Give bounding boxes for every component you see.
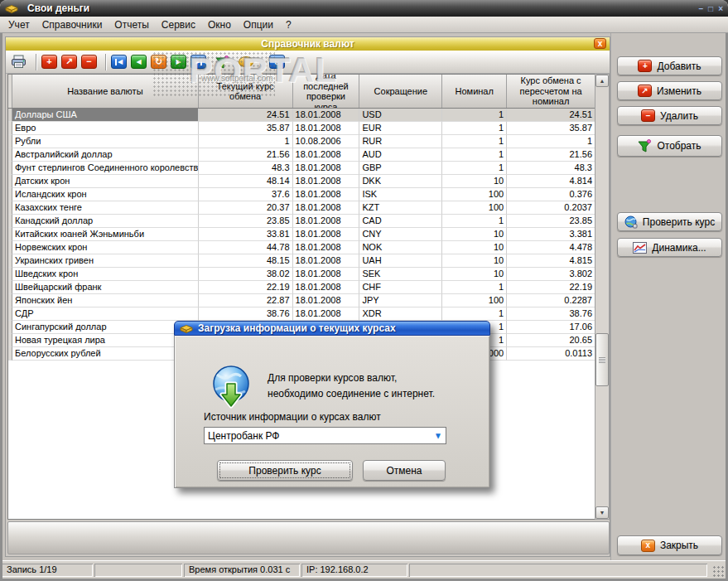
maximize-button[interactable]: □ (708, 4, 713, 13)
scrollbar-thumb[interactable] (595, 333, 609, 386)
cell-recalc: 21.56 (507, 148, 595, 162)
cell-rate: 44.78 (199, 241, 293, 254)
table-scrollbar[interactable]: ▲ ▼ (595, 74, 610, 520)
cell-date: 18.01.2008 (293, 148, 360, 162)
menu-okno[interactable]: Окно (208, 19, 231, 31)
close-window-button[interactable]: x Закрыть (617, 535, 722, 555)
cell-recalc: 48.3 (507, 162, 595, 175)
table-row[interactable]: Канадский доллар 23.85 18.01.2008 CAD 1 … (8, 215, 595, 228)
cell-date: 18.01.2008 (293, 201, 360, 215)
cell-recalc: 0.0113 (507, 347, 595, 361)
cell-code: USD (359, 109, 442, 122)
menu-otchety[interactable]: Отчеты (114, 19, 148, 31)
table-row[interactable]: Норвежских крон 44.78 18.01.2008 NOK 10 … (8, 241, 595, 254)
column-header-nominal[interactable]: Номинал (442, 75, 507, 108)
cell-name: Швейцарский франк (12, 281, 199, 294)
dialog-check-rate-button[interactable]: Проверить курс (217, 460, 353, 481)
table-row[interactable]: Китайских юаней Жэньминьби 33.81 18.01.2… (8, 228, 595, 241)
prev-record-icon[interactable]: ◀ (131, 55, 147, 69)
dynamics-button[interactable]: Динамика... (617, 238, 722, 257)
download-globe-icon (209, 364, 253, 409)
table-row[interactable]: Шведских крон 38.02 18.01.2008 SEK 10 3.… (8, 268, 595, 281)
column-header-name[interactable]: Название валюты (12, 75, 199, 108)
cell-name: Казахских тенге (12, 201, 199, 215)
close-button[interactable]: × (718, 4, 723, 13)
inner-close-button[interactable]: x (594, 38, 606, 49)
cell-nominal: 1 (442, 215, 507, 228)
cell-recalc: 35.87 (507, 122, 595, 135)
add-icon: + (638, 60, 652, 72)
table-row[interactable]: Украинских гривен 48.15 18.01.2008 UAH 1… (8, 254, 595, 268)
menu-opcii[interactable]: Опции (243, 19, 273, 31)
table-row[interactable]: Доллары США 24.51 18.01.2008 USD 1 24.51 (8, 109, 595, 122)
cell-recalc: 3.381 (507, 228, 595, 241)
printer-icon[interactable] (11, 55, 27, 69)
delete-button[interactable]: − Удалить (617, 106, 722, 125)
cell-date: 18.01.2008 (293, 307, 360, 321)
cell-name: Китайских юаней Жэньминьби (12, 228, 199, 241)
combo-arrow-icon[interactable]: ▼ (431, 431, 446, 440)
menu-servis[interactable]: Сервис (162, 19, 195, 31)
column-header-rate[interactable]: Текущий курс обмена (199, 75, 293, 108)
cell-code: CHF (359, 281, 442, 294)
cell-nominal: 10 (442, 254, 507, 268)
filter-icon (638, 139, 652, 153)
edit-icon[interactable]: ↗ (61, 55, 77, 69)
source-combobox[interactable]: Центробанк РФ ▼ (204, 427, 446, 444)
filter-button[interactable]: Отобрать (617, 135, 722, 157)
cell-recalc: 17.06 (507, 321, 595, 334)
column-header-recalc[interactable]: Курс обмена с пересчетом на номинал (507, 75, 595, 108)
menu-spravochniki[interactable]: Справочники (42, 19, 103, 31)
column-header-code[interactable]: Сокращение (359, 75, 442, 108)
dialog-cancel-button[interactable]: Отмена (363, 460, 446, 481)
table-row[interactable]: Исландских крон 37.6 18.01.2008 ISK 100 … (8, 188, 595, 201)
globe-icon (624, 215, 638, 229)
menu-uchet[interactable]: Учет (8, 19, 30, 31)
status-record: Запись 1/19 (2, 564, 93, 577)
edit-button[interactable]: ↗ Изменить (617, 81, 722, 100)
column-header-date[interactable]: Дата последней проверки курса (293, 75, 360, 108)
cell-recalc: 4.815 (507, 254, 595, 268)
table-row[interactable]: Австралийский доллар 21.56 18.01.2008 AU… (8, 148, 595, 162)
filter-icon[interactable] (215, 56, 229, 69)
table-row[interactable]: Датских крон 48.14 18.01.2008 DKK 10 4.8… (8, 175, 595, 188)
table-row[interactable]: Евро 35.87 18.01.2008 EUR 1 35.87 (8, 122, 595, 135)
table-row[interactable]: СДР 38.76 18.01.2008 XDR 1 38.76 (8, 307, 595, 321)
next-record-icon[interactable]: ▶ (171, 55, 186, 69)
scroll-down-icon[interactable]: ▼ (595, 506, 609, 519)
app-icon (5, 3, 18, 14)
table-row[interactable]: Фунт стерлингов Соединенного королевства… (8, 162, 595, 175)
cell-rate: 22.19 (199, 281, 293, 294)
expand-icon[interactable]: » (269, 55, 285, 69)
resize-grip[interactable] (712, 565, 724, 577)
first-record-icon[interactable]: ◀ (111, 55, 127, 69)
cell-rate: 35.87 (199, 122, 293, 135)
scroll-up-icon[interactable]: ▲ (595, 75, 609, 87)
cell-rate: 20.37 (199, 201, 293, 215)
add-icon[interactable]: + (41, 55, 57, 69)
table-row[interactable]: Швейцарский франк 22.19 18.01.2008 CHF 1… (8, 281, 595, 294)
cell-recalc: 4.478 (507, 241, 595, 254)
minimize-button[interactable]: – (699, 4, 704, 13)
cell-code: XDR (359, 307, 442, 321)
cell-name: Украинских гривен (12, 254, 199, 268)
table-row[interactable]: Японских йен 22.87 18.01.2008 JPY 100 0.… (8, 294, 595, 307)
update-rates-icon[interactable] (239, 56, 253, 67)
table-header: Название валюты Текущий курс обмена Дата… (7, 74, 595, 109)
cell-date: 18.01.2008 (293, 241, 360, 254)
cell-rate: 1 (199, 135, 293, 148)
cell-recalc: 0.2037 (507, 201, 595, 215)
check-rate-button[interactable]: Проверить курс (617, 212, 722, 231)
cell-date: 18.01.2008 (293, 109, 360, 122)
cell-date: 18.01.2008 (293, 122, 360, 135)
dialog-message: Для проверки курсов валют, необходимо со… (268, 370, 435, 402)
cell-date: 18.01.2008 (293, 281, 360, 294)
delete-icon[interactable]: − (81, 55, 97, 69)
refresh-icon[interactable]: ↻ (151, 55, 166, 69)
last-record-icon[interactable]: ▶ (190, 55, 206, 69)
close-window-button-label: Закрыть (660, 540, 698, 551)
menu-help[interactable]: ? (286, 19, 292, 31)
table-row[interactable]: Казахских тенге 20.37 18.01.2008 KZT 100… (8, 201, 595, 215)
table-row[interactable]: Рубли 1 10.08.2006 RUR 1 1 (8, 135, 595, 148)
add-button[interactable]: + Добавить (617, 56, 722, 75)
